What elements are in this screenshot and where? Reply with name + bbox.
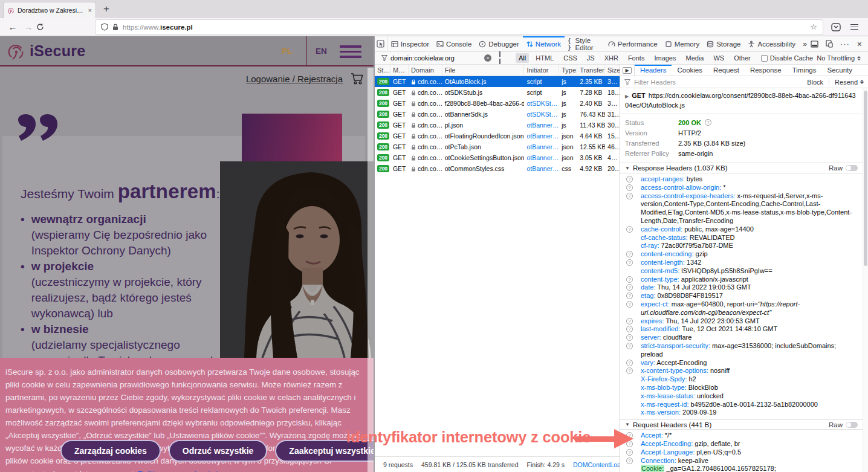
request-url-line[interactable]: ▶GEThttps://cdn.cookielaw.org/consent/f2… — [620, 88, 863, 114]
network-request-row[interactable]: 200GETcdn.co…otBannerSdk.jsotSDKSt…js76.… — [375, 109, 620, 120]
block-button[interactable]: Block — [807, 79, 823, 86]
responsive-design-icon[interactable] — [826, 40, 833, 48]
column-transferred[interactable]: Transferred — [577, 65, 605, 76]
site-menu-icon[interactable] — [340, 45, 361, 61]
disable-cache-option[interactable]: Disable Cache — [761, 54, 814, 62]
help-icon[interactable]: ? — [626, 276, 633, 283]
column-type[interactable]: Type — [559, 65, 577, 76]
details-tab-response[interactable]: Response — [745, 65, 787, 76]
reload-button[interactable] — [36, 23, 52, 31]
raw-toggle[interactable] — [846, 422, 858, 428]
throttling-dropdown[interactable]: No Throttling — [817, 54, 861, 62]
back-button[interactable]: ← — [5, 22, 21, 32]
tab-performance[interactable]: Performance — [604, 36, 661, 51]
filter-type-other[interactable]: Other — [731, 53, 754, 63]
filter-headers-input[interactable] — [634, 79, 725, 86]
tab-memory[interactable]: Memory — [661, 36, 704, 51]
pause-icon[interactable] — [499, 51, 501, 65]
privacy-policy-link[interactable]: Polityce prywatności — [137, 469, 218, 472]
column-initiator[interactable]: Initiator — [524, 65, 559, 76]
tab-storage[interactable]: Storage — [703, 36, 744, 51]
lang-en-button[interactable]: EN — [316, 47, 327, 56]
manage-cookies-button[interactable]: Zarządzaj cookies — [60, 440, 161, 462]
element-picker-button[interactable] — [375, 36, 387, 51]
tab-accessibility[interactable]: Accessibility — [744, 36, 799, 51]
details-tab-request[interactable]: Request — [708, 65, 745, 76]
split-console-icon[interactable] — [811, 40, 818, 48]
new-tab-button[interactable]: + — [103, 3, 109, 15]
help-icon[interactable]: ? — [626, 193, 633, 199]
forward-button[interactable]: → — [21, 22, 36, 32]
help-icon[interactable]: ? — [626, 259, 633, 266]
filter-type-html[interactable]: HTML — [533, 53, 557, 63]
response-headers-section-header[interactable]: ▼ Response Headers (1.037 KB) Raw — [620, 163, 863, 173]
devtools-close-icon[interactable]: × — [857, 39, 862, 49]
request-headers-section-header[interactable]: ▼ Request Headers (441 B) Raw — [620, 419, 863, 430]
filter-type-ws[interactable]: WS — [710, 53, 727, 63]
column-method[interactable]: M… — [390, 65, 409, 76]
help-icon[interactable]: ? — [626, 334, 633, 341]
column-size[interactable]: Size — [605, 65, 620, 76]
help-icon[interactable]: ? — [626, 284, 633, 291]
details-tab-timings[interactable]: Timings — [787, 65, 822, 76]
column-status[interactable]: St… — [375, 65, 390, 76]
cart-icon[interactable] — [351, 73, 364, 85]
details-tab-security[interactable]: Security — [822, 65, 858, 76]
tab-debugger[interactable]: Debugger — [475, 36, 523, 51]
help-icon[interactable]: ? — [626, 360, 633, 366]
tab-style-editor[interactable]: { }Style Editor — [565, 36, 604, 51]
network-request-row[interactable]: 200GETcdn.co…otFloatingRoundedIcon.jsono… — [375, 131, 620, 141]
raw-toggle[interactable] — [846, 165, 858, 171]
filter-url-input[interactable] — [390, 54, 481, 62]
login-register-link[interactable]: Logowanie / Rejestracja — [246, 74, 343, 84]
app-menu-icon[interactable] — [850, 22, 858, 31]
details-scrollbar[interactable] — [863, 88, 868, 472]
help-icon[interactable]: ? — [626, 449, 633, 456]
url-bar[interactable]: https://www.isecure.pl ☆ — [96, 20, 823, 34]
reject-all-button[interactable]: Odrzuć wszystkie — [169, 440, 268, 462]
network-request-row[interactable]: 200GETcdn.co…pl.jsonotBanner…js11.43 KB3… — [375, 120, 620, 131]
resend-button[interactable]: Resend — [835, 79, 864, 86]
filter-type-fonts[interactable]: Fonts — [625, 53, 648, 63]
network-request-row[interactable]: 200GETcdn.co…f2890bc8-88eb-4bac-a266-df9… — [375, 98, 620, 109]
details-tab-cookies[interactable]: Cookies — [672, 65, 708, 76]
network-request-row[interactable]: 200GETcdn.co…otCommonStyles.cssotBanner…… — [375, 163, 620, 174]
tab-inspector[interactable]: Inspector — [387, 36, 433, 51]
help-icon[interactable]: ? — [626, 367, 633, 374]
help-icon[interactable]: ? — [626, 301, 633, 308]
network-request-row[interactable]: 200GETcdn.co…otCookieSettingsButton.json… — [375, 152, 620, 163]
page-scrollbar[interactable] — [368, 68, 374, 472]
more-tabs-chevron[interactable]: » — [799, 36, 811, 51]
help-icon[interactable]: ? — [626, 226, 633, 233]
tab-console[interactable]: Console — [433, 36, 475, 51]
details-tab-headers[interactable]: Headers — [635, 65, 672, 76]
network-request-row[interactable]: 200GETcdn.co…OtAutoBlock.jsscriptjs2.35 … — [375, 76, 620, 87]
lang-pl-button[interactable]: PL — [282, 47, 292, 56]
browser-tab[interactable]: Doradztwo w Zakresie Ochrony Dany × — [3, 2, 96, 18]
filter-type-js[interactable]: JS — [584, 53, 598, 63]
help-icon[interactable]: ? — [705, 119, 711, 126]
help-icon[interactable]: ? — [626, 343, 633, 349]
help-icon[interactable]: ? — [626, 176, 633, 183]
network-request-row[interactable]: 200GETcdn.co…otPcTab.jsonotBanner…json12… — [375, 141, 620, 152]
help-icon[interactable]: ? — [626, 457, 633, 464]
help-icon[interactable]: ? — [626, 184, 633, 191]
bookmark-star-icon[interactable]: ☆ — [810, 22, 817, 31]
network-request-row[interactable]: 200GETcdn.co…otSDKStub.jsscriptjs7.28 KB… — [375, 87, 620, 98]
help-icon[interactable]: ? — [626, 293, 633, 299]
filter-type-xhr[interactable]: XHR — [601, 53, 621, 63]
site-logo[interactable]: iSecure — [7, 40, 85, 61]
filter-type-css[interactable]: CSS — [560, 53, 580, 63]
tab-network[interactable]: Network — [523, 36, 565, 51]
column-domain[interactable]: Domain — [409, 65, 442, 76]
devtools-menu-icon[interactable]: ··· — [840, 39, 850, 48]
filter-type-images[interactable]: Images — [651, 53, 679, 63]
clear-filter-icon[interactable]: × — [484, 54, 491, 62]
disable-cache-checkbox[interactable] — [761, 55, 768, 62]
help-icon[interactable]: ? — [626, 251, 633, 257]
pocket-icon[interactable] — [831, 23, 841, 31]
scrollbar-thumb[interactable] — [864, 91, 867, 266]
filter-url-box[interactable]: × — [381, 54, 491, 62]
help-icon[interactable]: ? — [626, 326, 633, 332]
expand-pane-button[interactable]: ▶ — [620, 65, 635, 76]
